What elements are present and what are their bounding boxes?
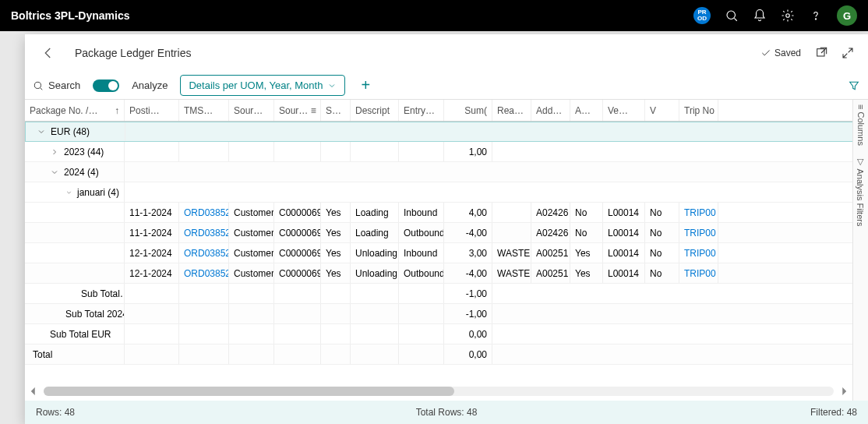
tms-link[interactable]: ORD03852 [184,228,229,238]
column-header[interactable]: Sour… [229,100,274,121]
avatar[interactable]: G [837,5,857,26]
column-header[interactable]: Add… [531,100,570,121]
trip-link[interactable]: TRIP00 [684,248,716,259]
back-button[interactable] [39,44,58,62]
tms-link[interactable]: ORD03852 [184,248,229,259]
analyze-label: Analyze [132,80,168,91]
gear-icon[interactable] [781,9,795,23]
svg-point-0 [727,11,736,19]
side-tab-columns[interactable]: ≡ Columns [856,104,866,146]
column-header[interactable]: Rea… [492,100,531,121]
footer-filtered: Filtered: 48 [810,407,857,418]
tms-link[interactable]: ORD03852 [184,268,229,279]
column-header[interactable]: A… [570,100,603,121]
popout-icon[interactable] [815,47,827,59]
column-header[interactable]: V [645,100,679,121]
column-header[interactable]: TMS… [179,100,229,121]
svg-line-6 [41,87,43,90]
footer-rows: Rows: 48 [36,407,75,418]
svg-point-3 [815,19,816,19]
add-view-button[interactable]: + [358,76,373,94]
subtotal-row: Sub Total…-1,00 [25,284,868,304]
analyze-toggle[interactable] [93,80,119,92]
column-header[interactable]: S… [321,100,351,121]
column-header[interactable]: Package No. /…↑ [25,100,125,121]
column-header[interactable]: Sum( [444,100,492,121]
column-header[interactable]: Ve… [603,100,645,121]
search-icon[interactable] [725,9,739,23]
tms-link[interactable]: ORD03852 [184,207,229,218]
column-header[interactable]: Descript [351,100,399,121]
app-brand: Boltrics 3PL-Dynamics [11,9,130,22]
table-row[interactable]: 12-1-2024ORD03852CustomerC0000069YesUnlo… [25,243,868,263]
expand-icon[interactable] [842,47,854,59]
side-tab-analysis-filters[interactable]: ▽ Analysis Filters [856,157,866,226]
svg-point-5 [34,82,41,88]
bell-icon[interactable] [753,9,767,23]
grid-footer: Rows: 48 Total Rows: 48 Filtered: 48 [25,401,868,424]
data-grid: Package No. /…↑ Posti… TMS… Sour… Sour… … [25,100,868,401]
footer-total-rows: Total Rows: 48 [416,407,478,418]
column-header[interactable]: Sour… ≡ [274,100,321,121]
svg-line-1 [734,18,736,20]
group-row-eur[interactable]: EUR (48) [25,122,868,142]
subtotal-row: Sub Total EUR0,00 [25,324,868,344]
env-badge: PR OD [693,7,711,24]
column-header[interactable]: Trip No [679,100,718,121]
group-row-jan[interactable]: januari (4) [25,182,868,203]
trip-link[interactable]: TRIP00 [684,207,716,218]
horizontal-scrollbar[interactable] [28,385,849,398]
column-header[interactable]: Posti… [125,100,179,121]
trip-link[interactable]: TRIP00 [684,268,716,279]
filter-icon[interactable] [848,80,860,92]
column-header[interactable]: Entry… [399,100,444,121]
help-icon[interactable] [809,9,823,23]
table-row[interactable]: 12-1-2024ORD03852CustomerC0000069YesUnlo… [25,263,868,284]
table-row[interactable]: 11-1-2024ORD03852CustomerC0000069YesLoad… [25,223,868,243]
trip-link[interactable]: TRIP00 [684,228,716,238]
total-row: Total 0,00 [25,344,868,365]
page-title: Package Ledger Entries [75,47,191,59]
saved-indicator: Saved [760,48,801,58]
view-selector[interactable]: Details per UOM, Year, Month [180,75,345,96]
grid-header: Package No. /…↑ Posti… TMS… Sour… Sour… … [25,100,868,122]
grid-search-button[interactable]: Search [33,80,80,91]
subtotal-row: Sub Total 2024-1,00 [25,304,868,324]
svg-rect-4 [817,49,824,56]
group-row-2023[interactable]: 2023 (44) 1,00 [25,142,868,162]
svg-point-2 [786,14,790,18]
table-row[interactable]: 11-1-2024ORD03852CustomerC0000069YesLoad… [25,203,868,223]
group-row-2024[interactable]: 2024 (4) [25,162,868,182]
